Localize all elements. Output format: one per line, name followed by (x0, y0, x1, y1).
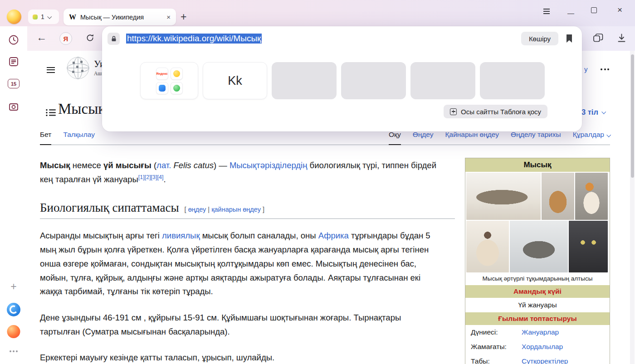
tab-group[interactable]: 1 (28, 10, 59, 24)
cat-photo-5[interactable] (510, 221, 568, 272)
tablo-tile-empty[interactable] (341, 62, 406, 99)
taxonomy-label: Табы: (471, 357, 522, 364)
tab-strip: 1 W Мысық — Уикипедия × + — × (0, 0, 635, 26)
tab-edit-source[interactable]: Қайнарын өңдеу (445, 131, 499, 145)
reference-link[interactable]: [3] (151, 174, 157, 180)
tabs-counter-badge[interactable]: 15 (8, 79, 20, 88)
tab-history[interactable]: Өңделу тарихы (511, 131, 561, 145)
scrollbar-thumb[interactable] (631, 54, 634, 178)
browser-tab[interactable]: W Мысық — Уикипедия × (64, 9, 176, 25)
yandex-disk-icon (159, 85, 166, 92)
edit-section-links: [ өңдеу | қайнарын өңдеу ] (185, 206, 264, 213)
tablo-tile-yandex-services[interactable]: Яндекс (140, 62, 198, 99)
tablo-tiles: Яндекс Kk (140, 62, 582, 99)
cat-photo-6[interactable] (569, 221, 608, 272)
reference-link[interactable]: [4] (157, 174, 164, 180)
menu-icon[interactable] (47, 65, 55, 74)
taxonomy-row: Табы: Сүтқоректілер (465, 354, 610, 364)
page-title: Мысық (58, 101, 105, 117)
bookmark-icon[interactable] (566, 34, 573, 43)
download-icon[interactable] (617, 33, 626, 45)
status-header: Амандық күйі (465, 285, 610, 298)
back-icon[interactable]: ← (36, 31, 47, 44)
wiki-link[interactable]: Мысықтәрізділердің (230, 160, 308, 170)
article-tab-bar: Бет Талқылау Оқу Өңдеу Қайнарын өңдеу Өң… (40, 131, 610, 145)
wiki-link[interactable]: Африка (318, 231, 349, 240)
browser-menu-icon[interactable] (543, 7, 550, 15)
wiki-link[interactable]: қайнарын өңдеу (211, 206, 261, 213)
wikipedia-logo[interactable] (66, 56, 90, 82)
cat-photo-2[interactable] (542, 173, 574, 220)
add-to-tablo-icon (450, 108, 457, 115)
tab-read[interactable]: Оқу (389, 131, 401, 145)
wiki-link[interactable]: Жануарлар (522, 328, 559, 336)
reference-link[interactable]: [2] (145, 174, 151, 180)
maximize-icon[interactable] (591, 7, 597, 13)
wiki-link[interactable]: лат. (156, 160, 171, 170)
lock-icon[interactable] (107, 33, 120, 45)
chevron-down-icon (47, 14, 52, 19)
section-heading: Биологиялық сипаттамасы[ өңдеу | қайнары… (40, 201, 455, 219)
taxobox-title: Мысық (465, 158, 610, 172)
chevron-down-icon (606, 133, 611, 137)
url-input[interactable]: https://kk.wikipedia.org/wiki/Мысық (126, 34, 521, 44)
cat-photo-1[interactable] (466, 173, 541, 220)
article-paragraph: Асыранды мысықтың арғы тегі ливиялық мыс… (40, 229, 441, 299)
minimize-icon[interactable]: — (567, 9, 574, 17)
plus-icon[interactable]: + (10, 281, 16, 293)
orange-app-icon[interactable] (7, 325, 20, 338)
copy-url-button[interactable]: Көшіру (521, 32, 558, 45)
taxonomy-row: Жамағаты: Хордалылар (465, 340, 610, 354)
tablo-tile-empty[interactable] (480, 62, 545, 99)
browser-logo[interactable] (6, 302, 21, 319)
tab-edit[interactable]: Өңдеу (413, 131, 434, 145)
address-bar[interactable]: https://kk.wikipedia.org/wiki/Мысық Көші… (102, 26, 582, 51)
tab-group-label: 1 (41, 13, 44, 20)
yandex-search-icon[interactable]: Я (59, 32, 72, 45)
taxonomy-header: Ғылыми топтастыруы (465, 312, 610, 325)
tab-title: Мысық — Уикипедия (80, 14, 163, 21)
reload-icon[interactable] (85, 33, 95, 44)
more-options-icon[interactable] (601, 68, 609, 70)
wikipedia-favicon: W (69, 13, 76, 21)
tablo-tile-current-site[interactable]: Kk (203, 62, 267, 99)
cat-photo-3[interactable] (575, 173, 608, 220)
taxobox-gallery (465, 172, 610, 273)
feed-icon[interactable] (8, 56, 20, 69)
article-paragraph: Дене ұзындығы 46-191 см , құйрығы 15-91 … (40, 311, 441, 339)
ellipsis-icon[interactable] (10, 350, 18, 352)
taxonomy-label: Жамағаты: (471, 343, 522, 351)
profile-avatar[interactable] (7, 10, 21, 24)
tab-article[interactable]: Бет (40, 131, 51, 145)
tab-close-icon[interactable]: × (166, 13, 171, 21)
side-panels-icon[interactable] (593, 34, 604, 44)
taxonomy-label: Дүниесі: (471, 328, 522, 336)
taxonomy-row: Дүниесі: Жануарлар (465, 325, 610, 340)
history-icon[interactable] (8, 34, 20, 48)
new-tab-button[interactable]: + (181, 11, 186, 23)
wiki-link[interactable]: Сүтқоректілер (522, 357, 568, 364)
browser-window: 1 W Мысық — Уикипедия × + — × ← Я (0, 0, 635, 364)
cat-photo-4[interactable] (466, 221, 509, 272)
tab-talk[interactable]: Талқылау (63, 131, 95, 145)
wiki-link[interactable]: Хордалылар (522, 343, 563, 351)
address-bar-dropdown: https://kk.wikipedia.org/wiki/Мысық Көші… (102, 26, 582, 131)
article-paragraph: Еркектері мауығу кезінде қатты таласып, … (40, 351, 441, 364)
yandex-logo-text: Яндекс (156, 72, 168, 76)
reference-link[interactable]: [1] (138, 174, 145, 180)
tablo-tile-empty[interactable] (410, 62, 475, 99)
header-link-partial[interactable]: у (584, 65, 588, 73)
close-icon[interactable]: × (617, 5, 622, 15)
contents-icon[interactable] (46, 109, 56, 118)
language-selector[interactable]: 3 тіл (581, 108, 605, 116)
tablo-tile-empty[interactable] (272, 62, 337, 99)
taxobox: Мысық Мысық әртүрлі тұқымдарының алтысы … (465, 158, 610, 364)
yandex-mail-icon (173, 70, 180, 77)
article-paragraph: Мысық немесе үй мысығы (лат. Felis catus… (40, 159, 441, 186)
add-to-tablo-button[interactable]: Осы сайтты Таблоға қосу (444, 105, 547, 118)
screenshot-icon[interactable] (8, 101, 20, 115)
status-value: Үй жануары (465, 298, 610, 312)
tab-tools[interactable]: Құралдар (573, 131, 610, 145)
wiki-link[interactable]: өңдеу (188, 206, 206, 213)
wiki-link[interactable]: ливиялық (162, 231, 200, 240)
